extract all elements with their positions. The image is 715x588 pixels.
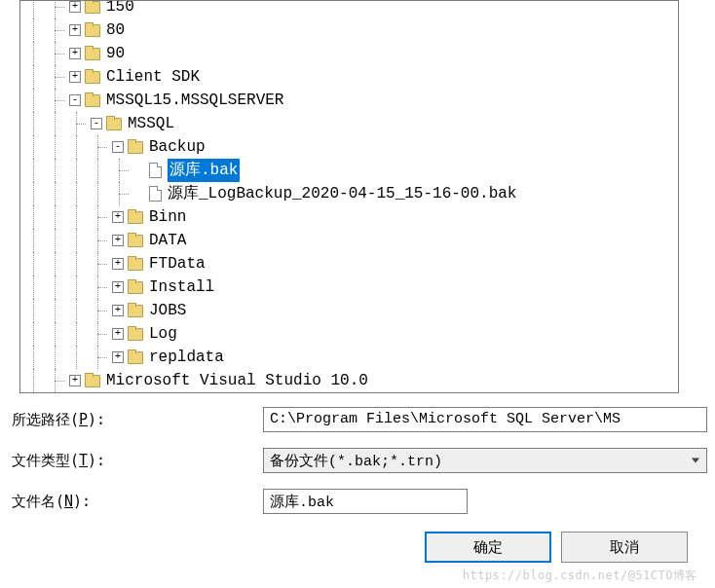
tree-node[interactable]: +FTData <box>26 252 678 276</box>
folder-icon <box>85 375 100 387</box>
expand-icon[interactable]: + <box>69 375 81 386</box>
tree-node-label[interactable]: Backup <box>149 135 206 159</box>
expand-icon[interactable]: + <box>69 71 81 83</box>
form-area: 所选路径(P): C:\Program Files\Microsoft SQL … <box>12 407 707 514</box>
tree-node-label[interactable]: 150 <box>106 0 134 18</box>
folder-icon <box>85 71 100 84</box>
folder-icon <box>128 235 143 247</box>
tree-node[interactable]: +150 <box>26 0 678 18</box>
tree-node-label[interactable]: Install <box>149 276 214 299</box>
tree-node[interactable]: -Backup <box>26 135 678 159</box>
tree-node-label[interactable]: 90 <box>106 42 125 65</box>
file-type-label: 文件类型(T): <box>12 452 263 470</box>
folder-icon <box>128 258 143 271</box>
chevron-down-icon <box>692 459 699 463</box>
tree-node-label[interactable]: 源库_LogBackup_2020-04-15_15-16-00.bak <box>168 182 516 205</box>
tree-node-label[interactable]: FTData <box>149 252 206 276</box>
tree-node[interactable]: +Microsoft Visual Studio 10.0 <box>26 369 678 392</box>
folder-icon <box>128 305 143 317</box>
tree-node-label[interactable]: Client SDK <box>106 65 200 89</box>
tree-node[interactable]: +repldata <box>26 346 678 369</box>
expand-icon[interactable]: + <box>69 24 81 36</box>
collapse-icon[interactable]: - <box>69 94 81 106</box>
expand-icon[interactable]: + <box>69 48 81 59</box>
selected-path-display: C:\Program Files\Microsoft SQL Server\MS <box>263 407 707 432</box>
folder-icon <box>106 118 122 130</box>
expand-icon[interactable]: + <box>112 281 124 293</box>
expand-icon[interactable]: + <box>112 211 124 223</box>
tree-node-label[interactable]: MSSQL15.MSSQLSERVER <box>106 89 283 112</box>
folder-icon <box>128 351 143 364</box>
tree-node[interactable]: -MSSQL <box>26 112 678 135</box>
folder-icon <box>85 48 100 60</box>
expand-icon[interactable]: + <box>112 305 124 316</box>
tree-node[interactable]: 源库_LogBackup_2020-04-15_15-16-00.bak <box>26 182 678 205</box>
tree-node[interactable]: +Install <box>26 276 678 299</box>
expand-icon[interactable]: + <box>112 258 124 270</box>
file-icon <box>149 186 162 202</box>
tree-node-label[interactable]: Microsoft Visual Studio 10.0 <box>106 369 368 392</box>
folder-icon <box>128 328 143 341</box>
expand-icon[interactable]: + <box>112 351 124 363</box>
tree-node-label[interactable]: 80 <box>106 18 125 42</box>
folder-icon <box>128 211 143 224</box>
file-type-select[interactable]: 备份文件(*.bak;*.trn) <box>263 448 707 473</box>
tree-node-label[interactable]: repldata <box>149 346 224 369</box>
file-name-input[interactable] <box>263 489 468 514</box>
tree-node[interactable]: +DATA <box>26 229 678 252</box>
tree-node[interactable]: -MSSQL15.MSSQLSERVER <box>26 89 678 112</box>
tree-node-label[interactable]: Binn <box>149 205 186 229</box>
expand-icon[interactable]: + <box>69 1 81 13</box>
collapse-icon[interactable]: - <box>91 118 102 129</box>
path-label: 所选路径(P): <box>12 411 263 429</box>
watermark-text: https://blog.csdn.net/@51CTO博客 <box>463 568 697 584</box>
cancel-button[interactable]: 取消 <box>561 532 688 563</box>
tree-node[interactable]: +80 <box>26 18 678 42</box>
tree-node[interactable]: +Client SDK <box>26 65 678 89</box>
folder-icon <box>85 94 100 107</box>
file-name-label: 文件名(N): <box>12 493 263 511</box>
folder-icon <box>85 1 100 14</box>
tree-node-label[interactable]: DATA <box>149 229 186 252</box>
dialog-buttons: 确定 取消 <box>0 532 688 563</box>
tree-node-label[interactable]: 源库.bak <box>168 159 240 182</box>
expand-icon[interactable]: + <box>112 235 124 246</box>
expand-icon[interactable]: + <box>112 328 124 340</box>
tree-node-label[interactable]: MSSQL <box>128 112 174 135</box>
ok-button[interactable]: 确定 <box>425 532 551 563</box>
tree-node[interactable]: +JOBS <box>26 299 678 322</box>
file-tree-panel[interactable]: +150+80+90+Client SDK-MSSQL15.MSSQLSERVE… <box>19 0 679 393</box>
folder-icon <box>128 141 143 154</box>
collapse-icon[interactable]: - <box>112 141 124 153</box>
tree-node[interactable]: +Binn <box>26 205 678 229</box>
tree-node-label[interactable]: Log <box>149 322 177 346</box>
tree-node-label[interactable]: JOBS <box>149 299 186 322</box>
folder-icon <box>128 281 143 294</box>
tree-node[interactable]: +90 <box>26 42 678 65</box>
folder-icon <box>85 24 100 37</box>
file-icon <box>149 163 162 178</box>
tree-node[interactable]: 源库.bak <box>26 159 678 182</box>
tree-node[interactable]: +Log <box>26 322 678 346</box>
